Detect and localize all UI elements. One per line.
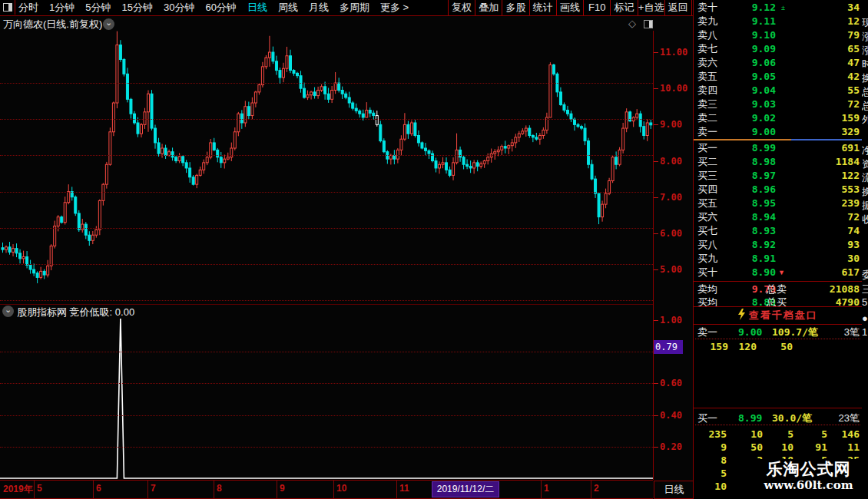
level-price: 8.99 <box>752 141 776 155</box>
pane-layout-icon[interactable] <box>644 20 653 28</box>
chevron-down-icon[interactable]: ⌄ <box>103 18 114 30</box>
sell-avg-row: 卖均 9.79 总卖 21088 <box>694 283 862 296</box>
action-button-4[interactable]: 画线 <box>556 0 583 15</box>
month-tick <box>333 481 334 498</box>
price-axis-label: 6.00 <box>660 228 682 239</box>
sell-8-row[interactable]: 卖八9.1079 <box>694 28 862 42</box>
action-button-5[interactable]: F10 <box>583 0 610 15</box>
level-price: 9.11 <box>752 15 776 28</box>
level-price: 8.96 <box>752 183 776 197</box>
month-tick <box>147 481 148 498</box>
period-button-9[interactable]: 多周期 <box>340 1 369 15</box>
period-button-3[interactable]: 15分钟 <box>121 1 152 15</box>
action-button-7[interactable]: +自选 <box>638 0 664 15</box>
buy-1-row[interactable]: 买一8.99691 <box>694 141 862 155</box>
buy-8-row[interactable]: 买八8.9293 <box>694 238 862 252</box>
gridline <box>0 352 653 352</box>
year-label: 2019年 <box>3 483 33 496</box>
candlestick-chart[interactable] <box>0 31 653 304</box>
sell-6-row[interactable]: 卖六9.0647 <box>694 56 862 70</box>
axis-tick <box>654 269 658 270</box>
sell-one-price: 9.00 <box>738 326 762 339</box>
action-button-6[interactable]: 标记 <box>610 0 637 15</box>
level-volume: 72 <box>847 97 860 111</box>
period-button-10[interactable]: 更多 > <box>380 1 409 15</box>
period-label[interactable]: 日线 <box>654 481 694 499</box>
level-price: 9.05 <box>752 70 776 84</box>
level-price: 9.10 <box>752 28 776 42</box>
buy-queue-value: 9 <box>721 441 727 453</box>
indicator-axis-label: 0.60 <box>660 378 682 388</box>
action-button-0[interactable]: 复权 <box>448 0 475 15</box>
price-axis-label: 8.00 <box>660 156 682 167</box>
month-label: 9 <box>280 483 285 494</box>
sell-queue-value: 50 <box>780 341 793 352</box>
sell-4-row[interactable]: 卖四9.0455 <box>694 84 862 97</box>
buy-5-row[interactable]: 买五8.95239 <box>694 197 862 210</box>
buy-7-row[interactable]: 买七8.9374 <box>694 224 862 238</box>
month-tick <box>591 481 591 498</box>
clipped-label-glyph: 外 <box>862 113 868 127</box>
action-button-3[interactable]: 统计 <box>529 0 556 15</box>
buy-10-row[interactable]: 买十8.90617▼ <box>694 266 862 279</box>
clipped-label-glyph: 涨 <box>862 30 868 44</box>
period-button-5[interactable]: 60分钟 <box>205 1 236 15</box>
buy-one-detail-row: 买一 8.99 30.0/笔 23笔 <box>694 411 862 425</box>
indicator-panel[interactable] <box>0 319 653 480</box>
level-volume: 691 <box>842 141 860 155</box>
sell-3-row[interactable]: 卖三9.0372 <box>694 97 862 111</box>
gridline <box>0 264 653 265</box>
buy-3-row[interactable]: 买三8.97122 <box>694 169 862 183</box>
level-price: 8.91 <box>752 252 776 266</box>
sell-10-row[interactable]: 卖十9.1234± <box>694 1 862 15</box>
sell-queue-value: 120 <box>739 341 757 352</box>
level-volume: 72 <box>847 210 860 224</box>
order-book-panel: 卖十9.1234±卖九9.1112卖八9.1079卖七9.0965卖六9.064… <box>693 0 863 499</box>
action-button-1[interactable]: 叠加 <box>475 0 502 15</box>
level-volume: 30 <box>847 252 860 266</box>
level-label: 卖七 <box>697 42 717 56</box>
sell-avg-label: 卖均 <box>697 283 717 296</box>
level-price: 8.93 <box>752 224 776 238</box>
period-button-1[interactable]: 1分钟 <box>49 1 75 15</box>
buy-queue-value: 10 <box>714 481 727 492</box>
sell-7-row[interactable]: 卖七9.0965 <box>694 42 862 56</box>
buy-one-label: 买一 <box>697 411 717 425</box>
period-button-0[interactable]: 分时 <box>18 1 38 15</box>
month-label: 7 <box>151 483 156 494</box>
level-label: 卖八 <box>697 28 717 42</box>
diamond-icon[interactable]: ◇ <box>628 18 636 29</box>
period-button-7[interactable]: 周线 <box>278 1 298 15</box>
down-tick-icon: ▼ <box>778 266 785 279</box>
period-button-2[interactable]: 5分钟 <box>85 1 111 15</box>
buy-2-row[interactable]: 买二8.981184 <box>694 155 862 169</box>
period-button-4[interactable]: 30分钟 <box>164 1 194 15</box>
period-button-8[interactable]: 月线 <box>309 1 329 15</box>
action-button-8[interactable]: 返回 <box>664 0 692 15</box>
sell-9-row[interactable]: 卖九9.1112 <box>694 15 862 28</box>
period-button-6[interactable]: 日线 <box>247 1 267 15</box>
sidebar-toggle-button[interactable] <box>0 0 15 15</box>
clipped-label-glyph: ● <box>862 312 868 324</box>
level-label: 卖三 <box>697 97 717 111</box>
level-label: 卖一 <box>697 125 717 139</box>
sell-5-row[interactable]: 卖五9.0542 <box>694 70 862 84</box>
level-label: 买八 <box>697 238 717 252</box>
price-axis: 11.0010.009.008.007.006.005.00 <box>653 31 694 304</box>
indicator-line-chart[interactable] <box>0 319 653 480</box>
level-price: 8.97 <box>752 169 776 183</box>
buy-6-row[interactable]: 买六8.9472 <box>694 210 862 224</box>
level-label: 买五 <box>697 197 717 210</box>
mid-price-divider <box>694 139 862 140</box>
sell-1-row[interactable]: 卖一9.00329 <box>694 125 862 139</box>
sell-2-row[interactable]: 卖二9.02159 <box>694 111 862 125</box>
buy-9-row[interactable]: 买九8.9130 <box>694 252 862 266</box>
chevron-down-icon[interactable]: ⌄ <box>2 306 14 317</box>
level-label: 卖二 <box>697 111 717 125</box>
main-chart[interactable] <box>0 31 653 305</box>
buy-4-row[interactable]: 买四8.96553 <box>694 183 862 197</box>
buy-queue-value: 50 <box>750 441 763 453</box>
level2-link[interactable]: 查看千档盘口 <box>749 309 818 321</box>
clipped-label-glyph: 委 <box>862 268 868 282</box>
action-button-2[interactable]: 多股 <box>502 0 528 15</box>
